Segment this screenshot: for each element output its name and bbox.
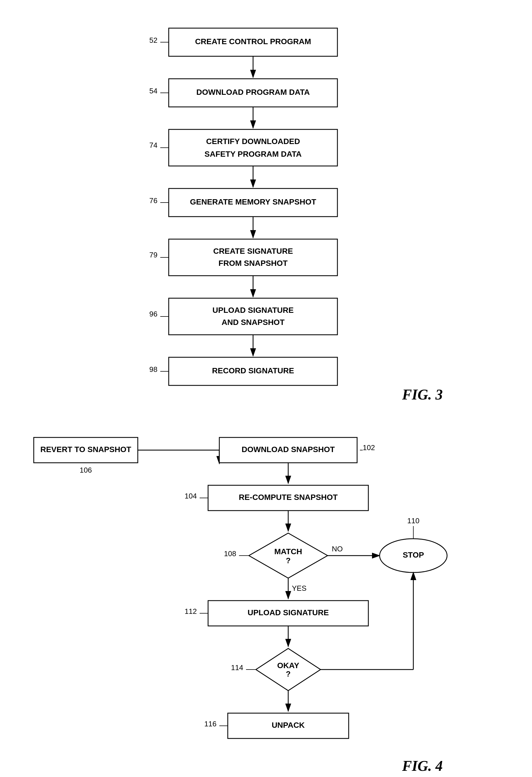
node-79-ref: 79 [149, 251, 157, 259]
node-112-ref: 112 [185, 607, 197, 616]
fig4-diagram: REVERT TO SNAPSHOT 106 DOWNLOAD SNAPSHOT… [22, 428, 501, 777]
node-74-box [169, 129, 338, 166]
node-76-ref: 76 [149, 196, 157, 205]
page: CREATE CONTROL PROGRAM 52 DOWNLOAD PROGR… [0, 0, 532, 777]
node-96-text1: UPLOAD SIGNATURE [213, 306, 294, 315]
fig3-diagram: CREATE CONTROL PROGRAM 52 DOWNLOAD PROGR… [22, 17, 501, 405]
node-96-text2: AND SNAPSHOT [222, 318, 285, 327]
fig3-container: CREATE CONTROL PROGRAM 52 DOWNLOAD PROGR… [22, 17, 510, 405]
node-52-ref: 52 [149, 36, 157, 44]
node-114-ref: 114 [231, 663, 243, 672]
node-106-text: REVERT TO SNAPSHOT [40, 445, 131, 454]
node-110-text: STOP [403, 551, 424, 559]
node-79-text2: FROM SNAPSHOT [219, 259, 288, 267]
node-54-text: DOWNLOAD PROGRAM DATA [196, 88, 309, 97]
node-108-text2: ? [286, 556, 290, 565]
node-102-ref: 102 [363, 443, 375, 452]
fig4-label: FIG. 4 [402, 758, 442, 774]
no-label: NO [332, 545, 343, 553]
node-54-ref: 54 [149, 87, 157, 95]
node-104-ref: 104 [185, 492, 197, 500]
node-52-text: CREATE CONTROL PROGRAM [195, 37, 311, 46]
fig4-container: REVERT TO SNAPSHOT 106 DOWNLOAD SNAPSHOT… [22, 428, 510, 777]
yes-label: YES [292, 584, 306, 592]
node-98-ref: 98 [149, 365, 157, 373]
node-74-text2: SAFETY PROGRAM DATA [205, 150, 301, 158]
node-114-text2: ? [286, 670, 290, 678]
node-116-text: UNPACK [272, 721, 305, 730]
node-96-ref: 96 [149, 310, 157, 318]
node-104-text: RE-COMPUTE SNAPSHOT [239, 493, 338, 502]
node-102-text: DOWNLOAD SNAPSHOT [242, 445, 335, 454]
node-98-text: RECORD SIGNATURE [212, 366, 294, 375]
node-96-box [169, 298, 338, 335]
node-108-ref: 108 [224, 549, 236, 558]
node-110-ref: 110 [407, 517, 419, 525]
node-76-text: GENERATE MEMORY SNAPSHOT [190, 198, 316, 206]
node-74-ref: 74 [149, 141, 157, 149]
node-79-box [169, 239, 338, 276]
node-112-text: UPLOAD SIGNATURE [248, 608, 329, 617]
node-106-ref: 106 [80, 466, 92, 474]
node-116-ref: 116 [205, 719, 217, 728]
fig3-label: FIG. 3 [402, 386, 442, 403]
node-79-text1: CREATE SIGNATURE [213, 247, 293, 255]
node-108-text1: MATCH [274, 547, 302, 556]
node-74-text1: CERTIFY DOWNLOADED [206, 137, 300, 146]
node-114-text1: OKAY [277, 661, 299, 670]
